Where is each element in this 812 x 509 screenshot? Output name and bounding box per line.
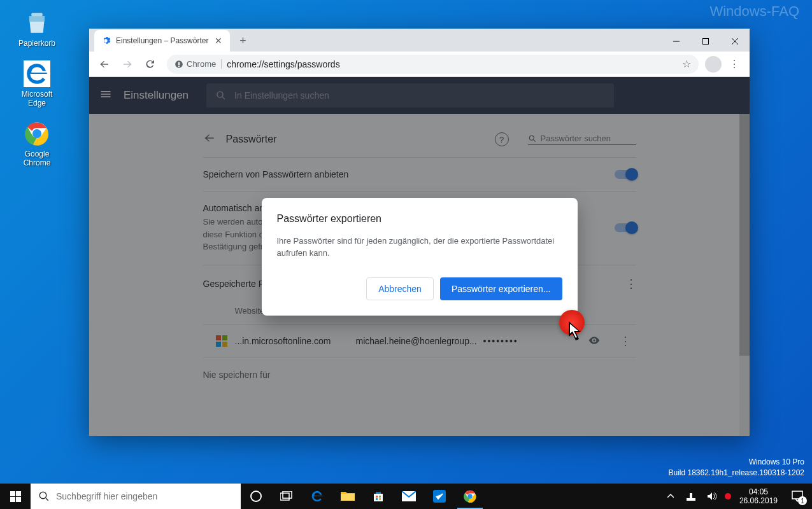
svg-rect-32 [376, 498, 378, 500]
svg-point-25 [39, 492, 46, 499]
menu-button[interactable]: ⋮ [724, 54, 744, 74]
store-taskbar-icon[interactable] [363, 484, 394, 509]
security-chip: Chrome [175, 59, 222, 69]
desktop-icon-chrome[interactable]: Google Chrome [13, 120, 61, 167]
svg-point-37 [467, 494, 472, 498]
svg-rect-6 [703, 39, 709, 45]
browser-toolbar: Chrome chrome://settings/passwords ☆ ⋮ [89, 52, 750, 77]
browser-tab[interactable]: Einstellungen – Passwörter ✕ [94, 30, 230, 52]
desktop-icon-label: Papierkorb [18, 39, 55, 48]
svg-rect-11 [178, 66, 180, 67]
dialog-title: Passwörter exportieren [277, 213, 562, 225]
desktop: Windows-FAQ Papierkorb Microsoft Edge Go… [0, 0, 812, 509]
svg-rect-29 [283, 491, 292, 498]
desktop-icon-label: Microsoft Edge [13, 90, 61, 108]
system-tray: 04:05 26.06.2019 1 [660, 484, 812, 509]
notification-badge: 1 [798, 496, 807, 505]
export-passwords-dialog: Passwörter exportieren Ihre Passwörter s… [262, 198, 578, 316]
system-info: Windows 10 Pro Build 18362.19h1_release.… [668, 457, 804, 478]
network-icon[interactable] [681, 484, 701, 509]
export-button[interactable]: Passwörter exportieren... [440, 277, 562, 300]
chrome-icon [24, 120, 50, 147]
gear-icon [101, 36, 111, 46]
svg-rect-39 [690, 493, 692, 498]
window-controls [662, 31, 750, 52]
taskbar-clock[interactable]: 04:05 26.06.2019 [734, 487, 783, 506]
minimize-button[interactable] [662, 31, 691, 52]
back-button[interactable] [94, 54, 115, 74]
svg-rect-0 [31, 13, 43, 16]
svg-point-40 [725, 493, 731, 499]
action-center-icon[interactable]: 1 [783, 484, 812, 509]
tray-status-icon[interactable] [722, 484, 734, 509]
cancel-button[interactable]: Abbrechen [366, 277, 434, 300]
svg-line-26 [46, 498, 48, 501]
settings-page: Einstellungen Passwörter ? [89, 77, 750, 436]
task-view-icon[interactable] [271, 484, 302, 509]
svg-rect-24 [16, 497, 21, 502]
app-taskbar-icon[interactable] [424, 484, 455, 509]
cortana-icon[interactable] [241, 484, 271, 509]
url-text: chrome://settings/passwords [227, 59, 339, 69]
desktop-icon-recycle-bin[interactable]: Papierkorb [13, 10, 61, 48]
dialog-body: Ihre Passwörter sind für jeden zugänglic… [277, 235, 562, 260]
dialog-actions: Abbrechen Passwörter exportieren... [277, 277, 562, 300]
profile-avatar[interactable] [705, 56, 722, 73]
svg-rect-23 [10, 497, 15, 502]
reload-button[interactable] [140, 54, 160, 74]
svg-rect-30 [376, 496, 378, 498]
watermark-text: Windows-FAQ [709, 3, 799, 20]
forward-button[interactable] [117, 54, 138, 74]
chrome-taskbar-icon[interactable] [455, 484, 485, 509]
svg-rect-22 [16, 491, 21, 496]
edge-taskbar-icon[interactable] [302, 484, 332, 509]
recycle-bin-icon [24, 10, 50, 36]
tab-title: Einstellungen – Passwörter [116, 36, 208, 45]
start-button[interactable] [0, 484, 31, 509]
bookmark-icon[interactable]: ☆ [682, 58, 691, 70]
svg-point-27 [251, 491, 261, 501]
svg-rect-31 [379, 496, 381, 498]
mail-taskbar-icon[interactable] [394, 484, 424, 509]
taskbar-icons [241, 484, 485, 509]
desktop-icon-edge[interactable]: Microsoft Edge [13, 60, 61, 108]
close-icon[interactable]: ✕ [213, 36, 224, 46]
taskbar: 04:05 26.06.2019 1 [0, 484, 812, 509]
svg-rect-10 [178, 62, 180, 65]
desktop-icons: Papierkorb Microsoft Edge Google Chrome [13, 10, 61, 167]
tray-chevron-icon[interactable] [660, 484, 681, 509]
titlebar[interactable]: Einstellungen – Passwörter ✕ + [89, 29, 750, 52]
maximize-button[interactable] [691, 31, 720, 52]
close-window-button[interactable] [720, 31, 750, 52]
edge-icon [24, 60, 50, 87]
cursor-icon [569, 321, 587, 342]
search-icon [38, 491, 50, 502]
svg-rect-21 [10, 491, 15, 496]
svg-rect-28 [280, 493, 289, 500]
chrome-window: Einstellungen – Passwörter ✕ + Chrome ch… [89, 29, 750, 436]
volume-icon[interactable] [701, 484, 722, 509]
desktop-icon-label: Google Chrome [13, 150, 61, 167]
address-bar[interactable]: Chrome chrome://settings/passwords ☆ [167, 55, 699, 74]
modal-overlay[interactable]: Passwörter exportieren Ihre Passwörter s… [89, 77, 750, 436]
svg-rect-38 [687, 498, 695, 501]
explorer-taskbar-icon[interactable] [332, 484, 363, 509]
taskbar-search[interactable] [31, 484, 241, 509]
new-tab-button[interactable]: + [234, 32, 252, 50]
svg-rect-33 [379, 498, 381, 500]
taskbar-search-input[interactable] [56, 491, 233, 501]
